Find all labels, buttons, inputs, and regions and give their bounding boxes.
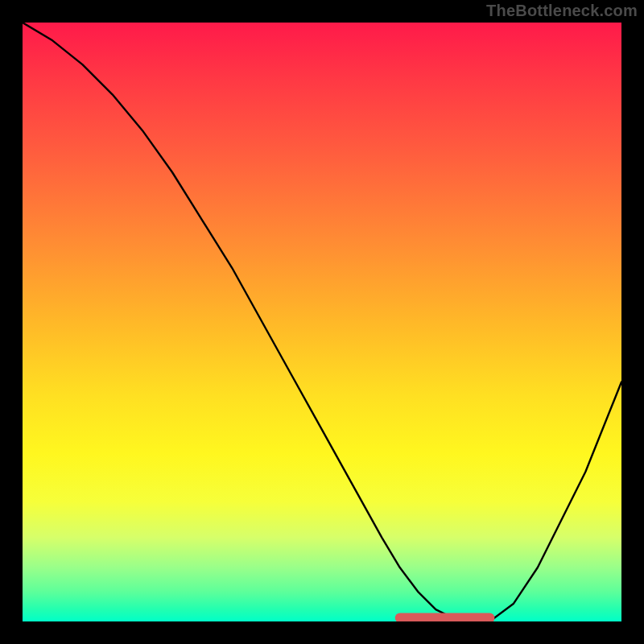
bottleneck-curve bbox=[23, 23, 621, 621]
chart-frame: TheBottleneck.com bbox=[0, 0, 644, 644]
curve-layer bbox=[23, 23, 621, 621]
watermark-text: TheBottleneck.com bbox=[486, 2, 638, 20]
plot-area bbox=[23, 23, 621, 621]
